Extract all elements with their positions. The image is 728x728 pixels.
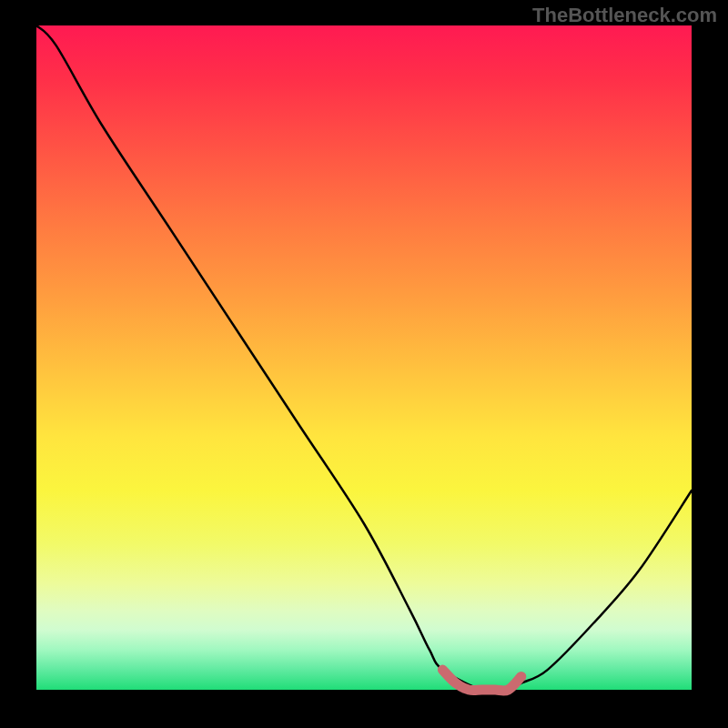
chart-svg xyxy=(36,25,692,690)
watermark-text: TheBottleneck.com xyxy=(532,4,717,27)
recommended-range-marker xyxy=(442,670,521,691)
chart-container: TheBottleneck.com xyxy=(0,0,728,728)
bottleneck-curve xyxy=(36,25,692,692)
plot-area xyxy=(36,25,692,690)
